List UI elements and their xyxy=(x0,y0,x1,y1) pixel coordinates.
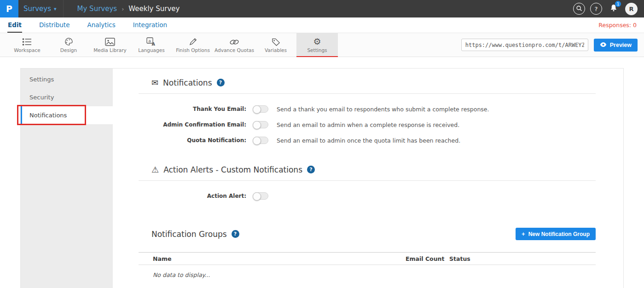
search-icon xyxy=(576,5,582,13)
toolbar-label: Design xyxy=(60,47,77,53)
column-header-status: Status xyxy=(449,255,596,262)
chain-link-icon xyxy=(229,37,239,46)
row-label: Action Alert: xyxy=(139,193,253,199)
envelope-icon: ✉ xyxy=(151,78,158,87)
topbar-actions: ? 1 R xyxy=(573,2,644,15)
questionpro-logo[interactable]: P xyxy=(0,0,18,17)
logo-letter: P xyxy=(6,4,12,14)
help-icon[interactable]: ? xyxy=(307,166,315,173)
toolbar-item-workspace[interactable]: Workspace xyxy=(6,33,48,57)
column-header-email-count: Email Count xyxy=(406,255,449,262)
section-divider xyxy=(139,93,596,94)
notification-groups-table: Name Email Count Status No data to displ… xyxy=(139,252,596,278)
pen-icon xyxy=(189,37,197,46)
tag-icon xyxy=(272,37,280,46)
section-title: Notifications xyxy=(163,78,212,87)
chevron-down-icon: ▾ xyxy=(54,6,57,12)
help-icon[interactable]: ? xyxy=(232,230,239,238)
svg-text:a: a xyxy=(148,39,151,43)
avatar-initial: R xyxy=(629,6,633,12)
section-title: Notification Groups xyxy=(151,230,227,239)
preview-label: Preview xyxy=(610,42,632,48)
help-icon[interactable]: ? xyxy=(217,79,225,86)
avatar[interactable]: R xyxy=(625,3,638,15)
notification-toggle-rows: Thank You Email: Send a thank you email … xyxy=(139,101,596,148)
notification-groups-header: Notification Groups ? + New Notification… xyxy=(139,228,596,240)
row-description: Send a thank you email to respondents wh… xyxy=(277,106,489,113)
gear-icon: ⚙ xyxy=(313,37,321,46)
tab-analytics[interactable]: Analytics xyxy=(87,17,116,33)
row-label: Quota Notification: xyxy=(139,137,253,144)
toolbar-item-languages[interactable]: aA Languages xyxy=(131,33,172,57)
product-name: Surveys xyxy=(23,5,51,13)
search-button[interactable] xyxy=(573,3,585,15)
plus-icon: + xyxy=(522,230,525,237)
languages-icon: aA xyxy=(146,37,157,46)
toolbar-item-advance-quotas[interactable]: Advance Quotas xyxy=(214,33,255,57)
notifications-section-header: ✉ Notifications ? xyxy=(151,78,596,87)
toolbar-label: Workspace xyxy=(14,47,40,53)
sidebar-item-label: Settings xyxy=(29,76,54,83)
row-label: Admin Confirmation Email: xyxy=(139,121,253,128)
toggle-row-action-alert: Action Alert: xyxy=(139,188,596,204)
survey-tabs: Edit Distribute Analytics Integration xyxy=(7,17,168,33)
breadcrumb-current: Weekly Survey xyxy=(128,5,180,13)
toolbar-item-design[interactable]: Design xyxy=(48,33,89,57)
tab-edit[interactable]: Edit xyxy=(7,17,22,33)
sidebar-item-label: Notifications xyxy=(29,112,67,119)
new-group-label: New Notification Group xyxy=(528,231,590,237)
palette-icon xyxy=(64,37,74,46)
toolbar-right: Preview xyxy=(461,33,644,57)
sidebar-item-settings[interactable]: Settings xyxy=(21,70,113,88)
toolbar-label: Languages xyxy=(138,47,164,53)
settings-panel: Settings Security Notifications ✉ Notifi… xyxy=(20,68,624,288)
toolbar-label: Settings xyxy=(307,47,327,53)
preview-button[interactable]: Preview xyxy=(594,39,638,52)
topbar: P Surveys ▾ My Surveys › Weekly Survey ?… xyxy=(0,0,644,17)
table-header-row: Name Email Count Status xyxy=(139,252,596,265)
sidebar-item-security[interactable]: Security xyxy=(21,88,113,106)
warning-icon: ⚠ xyxy=(151,165,159,174)
action-alert-toggle[interactable] xyxy=(253,192,268,200)
toolbar-label: Variables xyxy=(265,47,287,53)
toolbar-item-settings[interactable]: ⚙ Settings xyxy=(296,33,338,57)
toolbar-label: Finish Options xyxy=(176,47,210,53)
breadcrumb-my-surveys[interactable]: My Surveys xyxy=(77,5,117,13)
responses-count: Responses: 0 xyxy=(598,22,637,29)
tab-integration[interactable]: Integration xyxy=(133,17,168,33)
image-icon xyxy=(105,37,115,46)
svg-text:A: A xyxy=(152,41,156,46)
settings-sidebar: Settings Security Notifications xyxy=(21,69,113,288)
quota-notification-toggle[interactable] xyxy=(253,137,268,144)
notifications-main: ✉ Notifications ? Thank You Email: Send … xyxy=(113,69,623,288)
action-alert-rows: Action Alert: xyxy=(139,188,596,204)
toolbar-item-variables[interactable]: Variables xyxy=(255,33,296,57)
tab-distribute[interactable]: Distribute xyxy=(39,17,70,33)
admin-confirmation-email-toggle[interactable] xyxy=(253,121,268,128)
content-area: Settings Security Notifications ✉ Notifi… xyxy=(0,57,644,288)
breadcrumb: My Surveys › Weekly Survey xyxy=(77,5,180,13)
empty-table-message: No data to display... xyxy=(139,265,596,278)
product-switcher[interactable]: P Surveys ▾ xyxy=(0,0,64,17)
thank-you-email-toggle[interactable] xyxy=(253,105,268,113)
notification-count-badge: 1 xyxy=(615,1,621,7)
column-header-name: Name xyxy=(139,255,406,262)
sidebar-item-label: Security xyxy=(29,94,54,101)
toolbar-item-finish-options[interactable]: Finish Options xyxy=(172,33,214,57)
toolbar-item-media-library[interactable]: Media Library xyxy=(89,33,131,57)
toggle-row-thank-you-email: Thank You Email: Send a thank you email … xyxy=(139,101,596,117)
new-notification-group-button[interactable]: + New Notification Group xyxy=(516,228,596,240)
section-title: Action Alerts - Custom Notifications xyxy=(163,165,302,174)
edit-toolbar: Workspace Design Media Library aA Langua… xyxy=(0,33,644,57)
survey-url-input[interactable] xyxy=(461,39,588,51)
notifications-button[interactable]: 1 xyxy=(607,2,620,15)
eye-icon xyxy=(600,42,607,48)
row-label: Thank You Email: xyxy=(139,106,253,112)
sidebar-item-notifications[interactable]: Notifications xyxy=(21,106,113,124)
breadcrumb-separator-icon: › xyxy=(122,6,124,12)
toggle-row-admin-confirmation-email: Admin Confirmation Email: Send an email … xyxy=(139,117,596,132)
survey-navbar: Edit Distribute Analytics Integration Re… xyxy=(0,17,644,33)
action-alerts-section-header: ⚠ Action Alerts - Custom Notifications ? xyxy=(151,165,596,174)
help-button[interactable]: ? xyxy=(590,3,602,15)
toolbar-label: Media Library xyxy=(93,47,127,53)
